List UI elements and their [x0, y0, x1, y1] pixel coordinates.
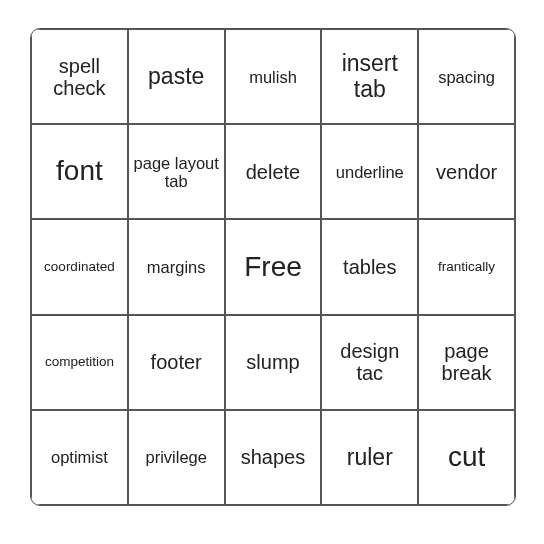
cell-label: font	[56, 156, 103, 187]
bingo-cell[interactable]: tables	[321, 219, 418, 314]
bingo-cell[interactable]: shapes	[225, 410, 322, 505]
cell-label: page layout tab	[131, 154, 222, 190]
bingo-cell[interactable]: privilege	[128, 410, 225, 505]
cell-label: underline	[336, 163, 404, 181]
bingo-cell[interactable]: optimist	[31, 410, 128, 505]
cell-label: page break	[421, 340, 512, 384]
cell-label: slump	[246, 351, 299, 373]
bingo-cell[interactable]: font	[31, 124, 128, 219]
cell-label: ruler	[347, 445, 393, 470]
cell-label: privilege	[145, 448, 206, 466]
cell-label: competition	[45, 355, 114, 370]
cell-label: design tac	[324, 340, 415, 384]
bingo-cell[interactable]: ruler	[321, 410, 418, 505]
bingo-cell[interactable]: design tac	[321, 315, 418, 410]
cell-label: optimist	[51, 448, 108, 466]
bingo-cell[interactable]: cut	[418, 410, 515, 505]
cell-label: margins	[147, 258, 206, 276]
cell-label: insert tab	[324, 51, 415, 102]
cell-label: Free	[244, 252, 302, 283]
bingo-cell[interactable]: vendor	[418, 124, 515, 219]
bingo-cell[interactable]: footer	[128, 315, 225, 410]
cell-label: delete	[246, 161, 301, 183]
cell-label: cut	[448, 442, 485, 473]
bingo-cell[interactable]: page break	[418, 315, 515, 410]
bingo-grid: spell check paste mulish insert tab spac…	[30, 28, 516, 506]
bingo-cell[interactable]: spacing	[418, 29, 515, 124]
cell-label: spell check	[34, 55, 125, 99]
cell-label: footer	[151, 351, 202, 373]
cell-label: spacing	[438, 68, 495, 86]
bingo-cell[interactable]: paste	[128, 29, 225, 124]
bingo-cell[interactable]: spell check	[31, 29, 128, 124]
cell-label: vendor	[436, 161, 497, 183]
bingo-cell[interactable]: margins	[128, 219, 225, 314]
cell-label: coordinated	[44, 260, 115, 275]
cell-label: tables	[343, 256, 396, 278]
bingo-cell[interactable]: page layout tab	[128, 124, 225, 219]
bingo-cell[interactable]: delete	[225, 124, 322, 219]
cell-label: paste	[148, 64, 204, 89]
bingo-cell[interactable]: insert tab	[321, 29, 418, 124]
bingo-cell[interactable]: frantically	[418, 219, 515, 314]
cell-label: frantically	[438, 260, 495, 275]
bingo-card: spell check paste mulish insert tab spac…	[0, 0, 544, 544]
bingo-cell[interactable]: slump	[225, 315, 322, 410]
cell-label: mulish	[249, 68, 297, 86]
bingo-cell[interactable]: coordinated	[31, 219, 128, 314]
bingo-cell-free[interactable]: Free	[225, 219, 322, 314]
bingo-cell[interactable]: mulish	[225, 29, 322, 124]
cell-label: shapes	[241, 446, 306, 468]
bingo-cell[interactable]: competition	[31, 315, 128, 410]
bingo-cell[interactable]: underline	[321, 124, 418, 219]
